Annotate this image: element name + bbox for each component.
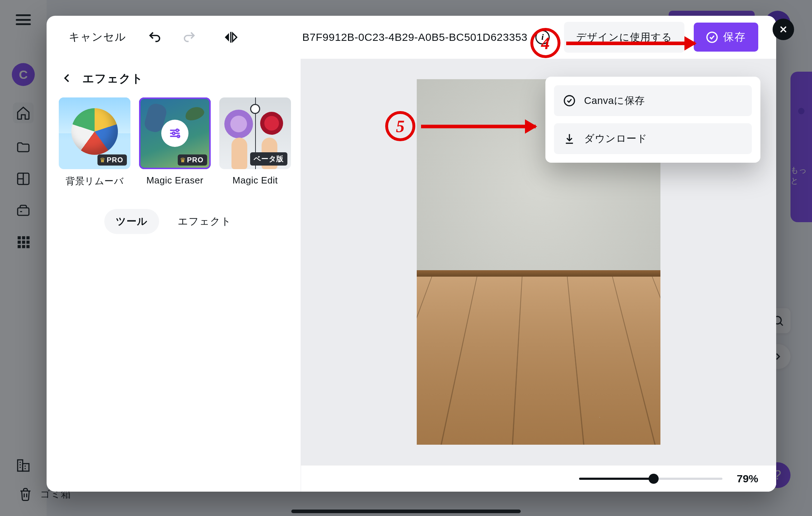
dd-label: ダウンロード [584, 132, 647, 145]
use-in-design-button[interactable]: デザインに使用する [564, 22, 684, 53]
svg-point-15 [176, 129, 178, 132]
pro-badge: ♛PRO [97, 154, 127, 166]
effect-label: 背景リムーバ [66, 175, 124, 187]
close-icon[interactable] [773, 19, 794, 40]
zoom-fill [579, 478, 654, 480]
back-icon[interactable] [61, 72, 73, 86]
effects-tabbar: ツール エフェクト [57, 209, 290, 234]
effect-magic-eraser[interactable]: ♛PRO Magic Eraser [139, 97, 211, 187]
effects-panel: エフェクト ♛PRO 背景リムーバ ♛PRO [47, 59, 301, 492]
document-title: B7F9912B-0C23-4B29-A0B5-BC501D623353 [302, 31, 527, 43]
tab-tools[interactable]: ツール [104, 209, 159, 234]
cancel-button[interactable]: キャンセル [65, 23, 130, 51]
dd-label: Canvaに保存 [584, 94, 645, 108]
download-option[interactable]: ダウンロード [554, 123, 752, 154]
svg-point-18 [564, 96, 574, 106]
sliders-icon [161, 120, 188, 147]
beta-badge: ベータ版 [250, 152, 287, 166]
effect-label: Magic Edit [233, 175, 278, 186]
redo-icon[interactable] [179, 27, 199, 47]
save-button-label: 保存 [723, 30, 746, 44]
tab-effects[interactable]: エフェクト [166, 209, 243, 234]
effect-magic-edit[interactable]: ベータ版 Magic Edit [219, 97, 291, 187]
save-to-canva-option[interactable]: Canvaに保存 [554, 85, 752, 116]
zoom-slider[interactable] [579, 478, 722, 480]
zoom-value: 79% [737, 473, 758, 485]
effect-label: Magic Eraser [146, 175, 203, 186]
zoom-knob[interactable] [649, 474, 659, 484]
pro-badge: ♛PRO [178, 154, 207, 166]
zoom-bar: 79% [301, 465, 776, 492]
modal-header: キャンセル B7F9912B-0C23-4B29-A0B5-BC501D6233… [47, 16, 776, 59]
image-editor-modal: キャンセル B7F9912B-0C23-4B29-A0B5-BC501D6233… [47, 16, 776, 492]
save-dropdown: Canvaに保存 ダウンロード [545, 77, 760, 163]
info-icon[interactable]: i [535, 30, 550, 44]
save-button[interactable]: 保存 [694, 23, 758, 52]
svg-point-16 [172, 132, 175, 135]
undo-icon[interactable] [145, 27, 165, 47]
panel-title: エフェクト [82, 71, 143, 87]
flip-icon[interactable] [221, 27, 241, 47]
effect-bg-remover[interactable]: ♛PRO 背景リムーバ [59, 97, 130, 187]
